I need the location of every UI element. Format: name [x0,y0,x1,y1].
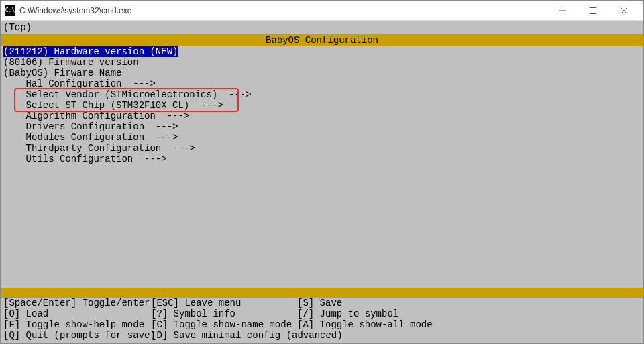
menu-item-selected[interactable]: (211212) Hardware version (NEW) [1,46,643,57]
close-button[interactable] [608,1,639,21]
svg-rect-1 [590,7,596,13]
window-controls [547,1,639,21]
menu-item-hal[interactable]: Hal Configuration ---> [1,78,643,89]
help-area: [Space/Enter] Toggle/enter [ESC] Leave m… [1,298,643,343]
menu-item-algorithm[interactable]: Algorithm Configuration ---> [1,111,643,121]
help-key-namemode: [C] Toggle show-name mode [151,319,297,330]
help-key-helpmode: [F] Toggle show-help mode [3,319,151,330]
menu-item-chip[interactable]: Select ST Chip (STM32F10X_CL) ---> [1,100,643,111]
titlebar[interactable]: C:\ C:\Windows\system32\cmd.exe [1,1,643,21]
menu-item-thirdparty[interactable]: Thirdparty Configuration ---> [1,143,643,154]
help-key-jump: [/] Jump to symbol [297,308,398,319]
help-key-toggle: [Space/Enter] Toggle/enter [3,298,151,308]
menu-item[interactable]: (80106) Firmware version [1,57,643,68]
window-title: C:\Windows\system32\cmd.exe [19,6,547,15]
menu-item-vendor[interactable]: Select Vendor (STMicroelectronics) ---> [1,89,643,100]
help-row: [O] Load [?] Symbol info [/] Jump to sym… [3,308,641,319]
window-frame: C:\ C:\Windows\system32\cmd.exe (Top) Ba… [0,0,644,344]
help-key-load: [O] Load [3,308,151,319]
menu-item-drivers[interactable]: Drivers Configuration ---> [1,121,643,132]
help-key-allmode: [A] Toggle show-all mode [297,319,433,330]
help-row: [Q] Quit (prompts for save) [D] Save min… [3,330,641,341]
breadcrumb-top: (Top) [1,21,643,34]
minimize-button[interactable] [547,1,578,21]
maximize-button[interactable] [578,1,608,21]
help-key-esc: [ESC] Leave menu [151,298,297,308]
menu-item[interactable]: (BabyOS) Firware Name [1,68,643,78]
menu-area[interactable]: (211212) Hardware version (NEW) (80106) … [1,46,643,288]
help-key-quit: [Q] Quit (prompts for save) [3,330,151,341]
config-banner: BabyOS Configuration [1,34,643,46]
selected-text: (211212) Hardware version (NEW) [3,46,178,57]
footer-bar [1,288,643,298]
help-row: [F] Toggle show-help mode [C] Toggle sho… [3,319,641,330]
help-key-save: [S] Save [297,298,342,308]
help-key-symbolinfo: [?] Symbol info [151,308,297,319]
cmd-icon: C:\ [5,5,15,16]
menu-item-modules[interactable]: Modules Configuration ---> [1,132,643,143]
terminal-content[interactable]: (Top) BabyOS Configuration (211212) Hard… [1,21,643,343]
menu-item-utils[interactable]: Utils Configuration ---> [1,154,643,164]
help-row: [Space/Enter] Toggle/enter [ESC] Leave m… [3,298,641,308]
help-key-minimal: [D] Save minimal config (advanced) [151,330,297,341]
